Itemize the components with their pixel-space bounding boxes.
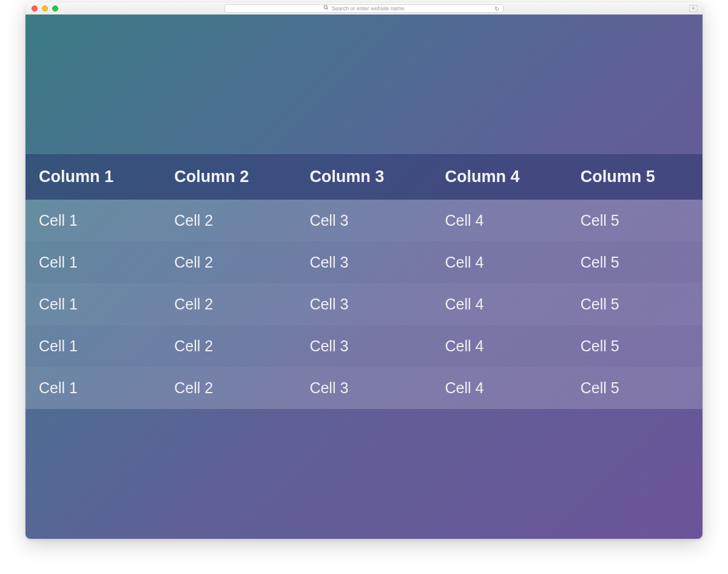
browser-titlebar: Search or enter website name ↻ + <box>25 2 703 15</box>
column-header: Column 2 <box>161 154 296 200</box>
table-cell: Cell 1 <box>25 325 161 367</box>
table-cell: Cell 4 <box>432 241 567 283</box>
table-cell: Cell 2 <box>161 200 296 241</box>
table-cell: Cell 5 <box>567 241 703 283</box>
table-cell: Cell 2 <box>161 325 296 367</box>
table-row: Cell 1 Cell 2 Cell 3 Cell 4 Cell 5 <box>25 325 703 367</box>
page-viewport: Column 1 Column 2 Column 3 Column 4 Colu… <box>25 15 703 539</box>
table-cell: Cell 3 <box>296 367 431 409</box>
table-row: Cell 1 Cell 2 Cell 3 Cell 4 Cell 5 <box>25 367 703 409</box>
table-cell: Cell 2 <box>161 241 296 283</box>
svg-line-1 <box>327 8 328 10</box>
svg-point-0 <box>325 5 328 8</box>
table-cell: Cell 3 <box>296 283 431 325</box>
column-header: Column 3 <box>296 154 431 200</box>
table-cell: Cell 3 <box>296 325 431 367</box>
table-cell: Cell 4 <box>432 367 567 409</box>
table-cell: Cell 3 <box>296 200 431 241</box>
reload-icon[interactable]: ↻ <box>494 5 499 12</box>
table-cell: Cell 2 <box>161 367 296 409</box>
window-controls <box>32 5 58 12</box>
maximize-window-button[interactable] <box>52 5 58 12</box>
address-bar[interactable]: Search or enter website name ↻ <box>224 4 504 13</box>
table-cell: Cell 4 <box>432 283 567 325</box>
table-cell: Cell 1 <box>25 200 161 241</box>
table-row: Cell 1 Cell 2 Cell 3 Cell 4 Cell 5 <box>25 200 703 241</box>
table-cell: Cell 3 <box>296 241 431 283</box>
table-cell: Cell 5 <box>567 325 703 367</box>
column-header: Column 4 <box>432 154 567 200</box>
table-cell: Cell 1 <box>25 283 161 325</box>
table-cell: Cell 2 <box>161 283 296 325</box>
minimize-window-button[interactable] <box>42 5 48 12</box>
column-header: Column 1 <box>25 154 161 200</box>
table-cell: Cell 5 <box>567 200 703 241</box>
search-icon <box>323 5 329 12</box>
browser-window: Search or enter website name ↻ + Column … <box>25 2 703 539</box>
table-cell: Cell 4 <box>432 325 567 367</box>
table-cell: Cell 1 <box>25 241 161 283</box>
table-header-row: Column 1 Column 2 Column 3 Column 4 Colu… <box>25 154 703 200</box>
column-header: Column 5 <box>567 154 703 200</box>
table-cell: Cell 5 <box>567 367 703 409</box>
data-table: Column 1 Column 2 Column 3 Column 4 Colu… <box>25 154 703 409</box>
new-tab-button[interactable]: + <box>689 5 698 12</box>
table-row: Cell 1 Cell 2 Cell 3 Cell 4 Cell 5 <box>25 241 703 283</box>
table-cell: Cell 1 <box>25 367 161 409</box>
table-cell: Cell 4 <box>432 200 567 241</box>
table-cell: Cell 5 <box>567 283 703 325</box>
address-bar-placeholder: Search or enter website name <box>331 5 404 12</box>
table-row: Cell 1 Cell 2 Cell 3 Cell 4 Cell 5 <box>25 283 703 325</box>
close-window-button[interactable] <box>32 5 38 12</box>
